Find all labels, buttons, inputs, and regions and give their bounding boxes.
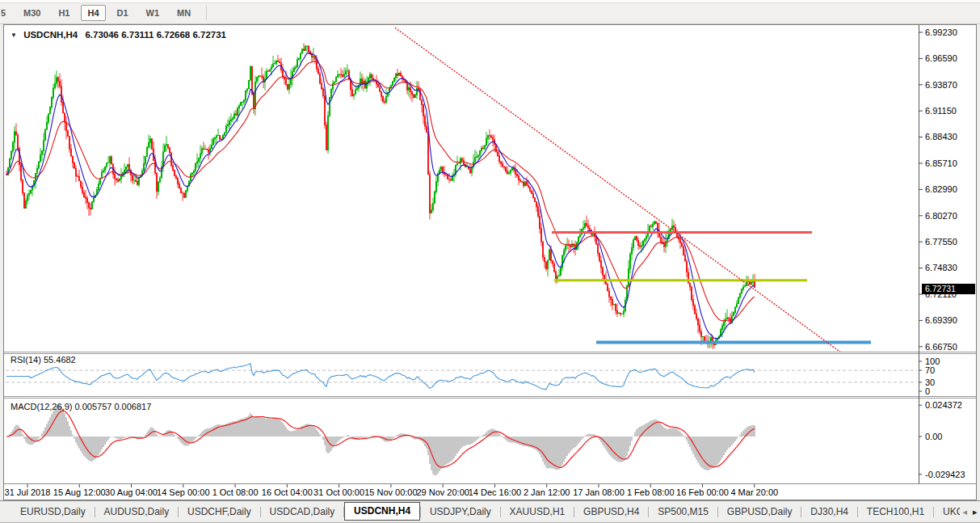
chart-tab-gbpusd-daily[interactable]: GBPUSD,Daily (718, 502, 801, 522)
chart-tab-eurusd-daily[interactable]: EURUSD,Daily (11, 502, 95, 522)
chart-symbol: USDCNH,H4 (23, 30, 78, 40)
date-axis-label: 15 Nov 00:00 (364, 487, 417, 497)
price-axis-label: 6.66750 (925, 342, 957, 352)
toolbar-separator (206, 6, 207, 20)
price-axis-label: 6.82990 (925, 184, 957, 194)
price-axis-label: 6.74830 (925, 263, 957, 272)
rsi-name: RSI(14) (11, 355, 41, 365)
chart-tab-usdcad-daily[interactable]: USDCAD,Daily (261, 502, 344, 522)
price-axis-label: 6.96590 (925, 53, 957, 63)
date-axis-label: 17 Jan 08:00 (573, 487, 625, 497)
timeframe-toolbar: 5M30H1H4D1W1MN (0, 0, 980, 24)
chart-ohlc: 6.73046 6.73111 6.72668 6.72731 (85, 30, 226, 40)
date-axis-label: 31 Jul 2018 (5, 487, 51, 497)
current-price-tag: 6.72731 (922, 284, 975, 294)
macd-scale-label: -0.029423 (925, 470, 965, 479)
date-axis-label: 31 Oct 00:00 (313, 487, 364, 497)
date-axis-label: 4 Mar 20:00 (730, 487, 778, 497)
price-axis-label: 6.88430 (925, 132, 957, 141)
timeframe-button-h4[interactable]: H4 (81, 5, 105, 21)
rsi-indicator-label: RSI(14) 55.4682 (11, 355, 76, 365)
dropdown-triangle-icon[interactable]: ▼ (11, 32, 17, 39)
descending-trendline[interactable] (395, 27, 840, 352)
timeframe-button-m30[interactable]: M30 (17, 5, 47, 21)
price-axis-label: 6.69390 (925, 315, 957, 325)
date-axis-label: 15 Aug 12:00 (53, 487, 106, 497)
rsi-line (6, 364, 755, 390)
rsi-scale-label: 70 (925, 365, 935, 375)
date-axis-label: 16 Oct 04:00 (262, 487, 313, 497)
chart-tab-tech100-h1[interactable]: TECH100,H1 (858, 502, 933, 522)
date-axis-label: 2 Jan 12:00 (524, 487, 570, 497)
rsi-value: 55.4682 (44, 355, 76, 365)
macd-scale-label: 0.00 (925, 432, 942, 441)
date-axis-label: 14 Sep 00:00 (157, 487, 209, 497)
chart-title: ▼ USDCNH,H4 6.73046 6.73111 6.72668 6.72… (11, 30, 226, 40)
chart-tab-sp500-m15[interactable]: SP500,M15 (649, 502, 717, 522)
chart-tab-dj30-h4[interactable]: DJ30,H4 (801, 502, 857, 522)
macd-scale-label: 0.024372 (925, 400, 962, 410)
chart-window[interactable]: 6.992306.965906.938706.911506.884306.857… (3, 24, 977, 500)
chart-tab-audusd-daily[interactable]: AUDUSD,Daily (95, 502, 179, 522)
macd-values: 0.005757 0.006817 (74, 402, 151, 411)
price-axis-label: 6.77550 (925, 237, 957, 247)
chart-tab-usdchf-daily[interactable]: USDCHF,Daily (179, 502, 260, 522)
chart-tab-xauusd-h1[interactable]: XAUUSD,H1 (501, 502, 574, 522)
date-axis-label: 1 Oct 08:00 (212, 487, 259, 497)
rsi-scale-label: 0 (925, 386, 930, 396)
timeframe-button-5[interactable]: 5 (0, 5, 10, 21)
macd-name: MACD(12,26,9) (11, 402, 72, 411)
timeframe-button-mn[interactable]: MN (170, 5, 197, 21)
price-axis-label: 6.93870 (925, 80, 957, 90)
ma-slow-line (6, 61, 755, 321)
price-axis-label: 6.91150 (925, 106, 957, 116)
date-axis-label: 1 Feb 08:00 (627, 487, 675, 497)
candles-down-bodies (6, 46, 755, 345)
timeframe-button-w1[interactable]: W1 (140, 5, 166, 21)
chart-tab-gbpusd-h4[interactable]: GBPUSD,H4 (574, 502, 648, 522)
timeframe-button-d1[interactable]: D1 (111, 5, 135, 21)
tab-scroll-left-icon[interactable]: ◂ (960, 504, 969, 521)
macd-signal-line (6, 411, 755, 467)
chart-canvas[interactable]: 6.992306.965906.938706.911506.884306.857… (4, 25, 976, 500)
date-axis-label: 14 Dec 16:00 (469, 487, 521, 497)
price-axis-label: 6.85710 (925, 158, 957, 168)
price-axis-label: 6.99230 (925, 27, 957, 37)
date-axis-label: 29 Nov 20:00 (416, 487, 469, 497)
price-axis-label: 6.80270 (925, 211, 957, 221)
tab-scroll-right-icon[interactable]: ▸ (970, 504, 980, 521)
mt4-window: 5M30H1H4D1W1MN 6.992306.965906.938706.91… (0, 0, 980, 523)
macd-indicator-label: MACD(12,26,9) 0.005757 0.006817 (11, 402, 151, 411)
chart-tab-usdjpy-daily[interactable]: USDJPY,Daily (421, 502, 500, 522)
timeframe-button-h1[interactable]: H1 (52, 5, 76, 21)
date-axis-label: 30 Aug 04:00 (105, 487, 158, 497)
chart-tab-usdcnh-h4[interactable]: USDCNH,H4 (344, 502, 420, 521)
date-axis-label: 16 Feb 00:00 (676, 487, 729, 497)
chart-tab-ukc[interactable]: UKC (934, 502, 960, 522)
chart-tab-bar: EURUSD,DailyAUDUSD,DailyUSDCHF,DailyUSDC… (0, 500, 980, 523)
